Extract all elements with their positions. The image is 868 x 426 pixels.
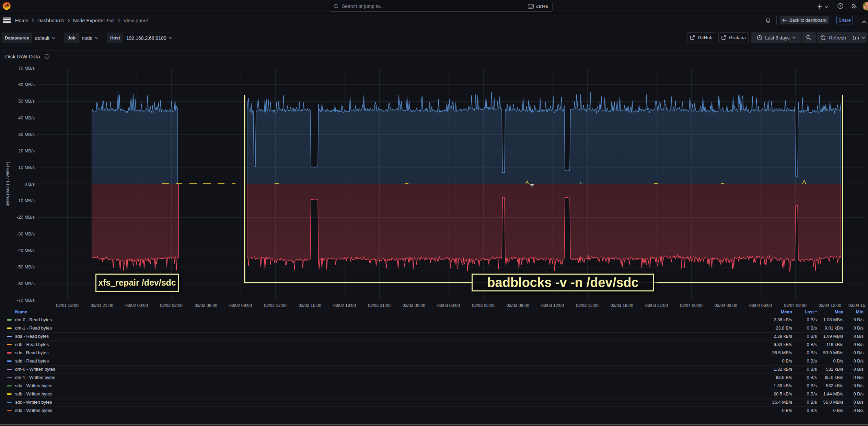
svg-text:70 MB/s: 70 MB/s — [18, 66, 35, 71]
svg-text:03/03 06:00: 03/03 06:00 — [472, 303, 495, 308]
svg-text:03/03 21:00: 03/03 21:00 — [645, 303, 668, 308]
svg-text:30 MB/s: 30 MB/s — [18, 132, 35, 137]
svg-text:-30 MB/s: -30 MB/s — [17, 231, 35, 237]
svg-text:03/03 12:00: 03/03 12:00 — [541, 303, 564, 308]
svg-text:60 MB/s: 60 MB/s — [18, 82, 35, 87]
svg-text:03/04 09:00: 03/04 09:00 — [784, 303, 807, 308]
svg-text:03/03 00:00: 03/03 00:00 — [403, 303, 425, 308]
svg-text:-10 MB/s: -10 MB/s — [17, 198, 35, 203]
svg-text:10 MB/s: 10 MB/s — [18, 165, 35, 170]
svg-text:-20 MB/s: -20 MB/s — [17, 215, 35, 220]
svg-text:-50 MB/s: -50 MB/s — [17, 264, 35, 269]
svg-text:03/03 09:00: 03/03 09:00 — [507, 303, 529, 308]
svg-text:03/03 15:00: 03/03 15:00 — [576, 303, 599, 308]
svg-text:-70 MB/s: -70 MB/s — [17, 298, 35, 303]
svg-text:-40 MB/s: -40 MB/s — [17, 248, 35, 253]
svg-text:03/02 21:00: 03/02 21:00 — [368, 303, 391, 308]
svg-text:03/04 03:00: 03/04 03:00 — [715, 303, 737, 308]
svg-text:-60 MB/s: -60 MB/s — [17, 281, 35, 286]
svg-text:03/02 00:00: 03/02 00:00 — [125, 303, 148, 308]
svg-text:40 MB/s: 40 MB/s — [18, 115, 35, 120]
svg-text:03/04 12:00: 03/04 12:00 — [819, 303, 841, 308]
svg-text:03/02 12:00: 03/02 12:00 — [264, 303, 287, 308]
svg-text:03/03 18:00: 03/03 18:00 — [611, 303, 633, 308]
svg-text:03/02 09:00: 03/02 09:00 — [229, 303, 252, 308]
svg-text:03/02 03:00: 03/02 03:00 — [160, 303, 183, 308]
svg-text:03/04 00:00: 03/04 00:00 — [680, 303, 703, 308]
svg-text:0 B/s: 0 B/s — [24, 182, 35, 187]
svg-text:20 MB/s: 20 MB/s — [18, 148, 35, 153]
svg-text:03/01 18:00: 03/01 18:00 — [56, 303, 79, 308]
svg-text:03/04 06:00: 03/04 06:00 — [749, 303, 772, 308]
svg-text:03/02 06:00: 03/02 06:00 — [195, 303, 217, 308]
svg-text:50 MB/s: 50 MB/s — [18, 99, 35, 104]
svg-text:03/03 03:00: 03/03 03:00 — [437, 303, 460, 308]
svg-text:03/01 21:00: 03/01 21:00 — [91, 303, 113, 308]
svg-text:03/02 18:00: 03/02 18:00 — [333, 303, 356, 308]
svg-text:03/04 15:: 03/04 15: — [848, 303, 866, 308]
svg-text:03/02 15:00: 03/02 15:00 — [299, 303, 321, 308]
